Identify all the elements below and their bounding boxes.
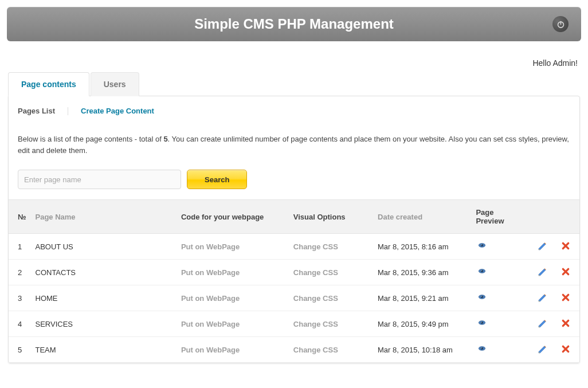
eye-icon[interactable] [476, 319, 486, 329]
cell-num: 5 [9, 337, 31, 363]
cell-page-name: TEAM [31, 337, 177, 363]
put-on-webpage-link[interactable]: Put on WebPage [177, 337, 289, 363]
pencil-icon[interactable] [537, 241, 547, 252]
table-row: 3HOMEPut on WebPageChange CSSMar 8, 2015… [9, 285, 579, 311]
th-page-name[interactable]: Page Name [31, 200, 177, 234]
cell-date: Mar 8, 2015, 9:36 am [373, 260, 471, 285]
main-tabs: Page contents Users [8, 72, 580, 96]
th-num: № [9, 200, 31, 234]
eye-icon[interactable] [476, 267, 486, 277]
tab-page-contents[interactable]: Page contents [8, 72, 89, 96]
power-icon[interactable] [552, 16, 569, 32]
cell-num: 4 [9, 311, 31, 337]
subnav: Pages List Create Page Content [15, 105, 573, 122]
content-panel: Pages List Create Page Content Below is … [8, 96, 580, 363]
subnav-create-page[interactable]: Create Page Content [81, 107, 154, 115]
table-row: 1ABOUT USPut on WebPageChange CSSMar 8, … [9, 234, 579, 260]
cross-icon[interactable] [560, 241, 570, 252]
cell-preview [471, 337, 528, 363]
cross-icon[interactable] [560, 267, 570, 277]
pencil-icon[interactable] [537, 344, 547, 355]
pencil-icon[interactable] [537, 267, 547, 277]
th-code: Code for your webpage [177, 200, 289, 234]
cell-page-name: ABOUT US [31, 234, 177, 260]
change-css-link[interactable]: Change CSS [289, 337, 373, 363]
search-button[interactable]: Search [187, 170, 247, 189]
cell-date: Mar 8, 2015, 9:49 pm [373, 311, 471, 337]
pages-table: № Page Name Code for your webpage Visual… [9, 199, 579, 363]
app-title: Simple CMS PHP Management [194, 16, 394, 32]
eye-icon[interactable] [476, 344, 486, 355]
cell-preview [471, 234, 528, 260]
eye-icon[interactable] [476, 241, 486, 252]
change-css-link[interactable]: Change CSS [289, 234, 373, 260]
cell-page-name: HOME [31, 285, 177, 311]
table-row: 4SERVICESPut on WebPageChange CSSMar 8, … [9, 311, 579, 337]
put-on-webpage-link[interactable]: Put on WebPage [177, 285, 289, 311]
put-on-webpage-link[interactable]: Put on WebPage [177, 234, 289, 260]
put-on-webpage-link[interactable]: Put on WebPage [177, 311, 289, 337]
tab-users[interactable]: Users [91, 72, 139, 96]
search-input[interactable] [18, 170, 181, 189]
cell-page-name: CONTACTS [31, 260, 177, 285]
cell-date: Mar 8, 2015, 9:21 am [373, 285, 471, 311]
cell-preview [471, 311, 528, 337]
table-row: 2CONTACTSPut on WebPageChange CSSMar 8, … [9, 260, 579, 285]
th-visual: Visual Options [289, 200, 373, 234]
cell-date: Mar 8, 2015, 8:16 am [373, 234, 471, 260]
change-css-link[interactable]: Change CSS [289, 311, 373, 337]
intro-text: Below is a list of the page contents - t… [15, 122, 573, 170]
subnav-pages-list[interactable]: Pages List [18, 107, 55, 115]
cell-num: 3 [9, 285, 31, 311]
cross-icon[interactable] [560, 293, 570, 303]
cell-page-name: SERVICES [31, 311, 177, 337]
th-preview: Page Preview [471, 200, 528, 234]
th-date[interactable]: Date created [373, 200, 471, 234]
eye-icon[interactable] [476, 293, 486, 303]
greeting-text: Hello Admin! [8, 58, 580, 68]
put-on-webpage-link[interactable]: Put on WebPage [177, 260, 289, 285]
pencil-icon[interactable] [537, 293, 547, 303]
cell-preview [471, 285, 528, 311]
cell-date: Mar 8, 2015, 10:18 am [373, 337, 471, 363]
table-row: 5TEAMPut on WebPageChange CSSMar 8, 2015… [9, 337, 579, 363]
cross-icon[interactable] [560, 344, 570, 355]
cell-num: 2 [9, 260, 31, 285]
cell-num: 1 [9, 234, 31, 260]
th-actions [528, 200, 579, 234]
cell-preview [471, 260, 528, 285]
cross-icon[interactable] [560, 319, 570, 329]
change-css-link[interactable]: Change CSS [289, 260, 373, 285]
app-header: Simple CMS PHP Management [7, 7, 581, 41]
search-row: Search [15, 170, 573, 199]
change-css-link[interactable]: Change CSS [289, 285, 373, 311]
pencil-icon[interactable] [537, 319, 547, 329]
